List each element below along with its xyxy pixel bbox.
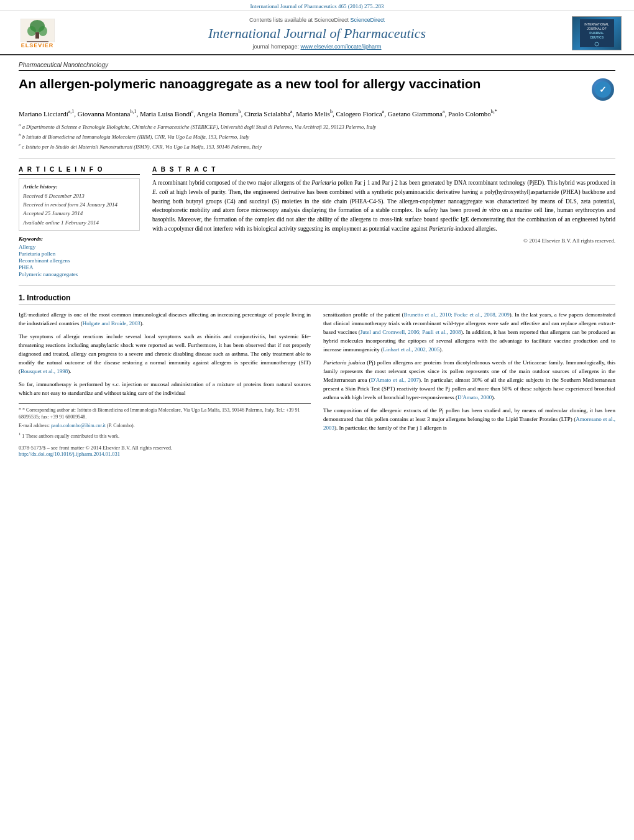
journal-title: International Journal of Pharmaceutics [62, 25, 572, 42]
svg-rect-4 [35, 32, 39, 39]
article-info-header: A R T I C L E I N F O [19, 166, 140, 175]
body-para-r2: Parietaria judaica (Pj) pollen allergens… [323, 359, 615, 402]
accepted-date: Accepted 25 January 2014 [23, 209, 136, 218]
ref-jutel[interactable]: Jutel and Cromwell, 2006; Pauli et al., … [361, 329, 461, 335]
svg-point-3 [39, 26, 47, 36]
keyword-phea[interactable]: PHEA [19, 264, 140, 270]
body-para-3: So far, immunotherapy is performed by s.… [19, 381, 311, 398]
svg-text:INTERNATIONAL: INTERNATIONAL [584, 22, 609, 26]
footnote-email: E-mail address: paolo.colombo@ibim.cnr.i… [19, 422, 311, 429]
abstract-text: A recombinant hybrid composed of the two… [152, 178, 615, 233]
affiliation-b: b b Istituto di Biomedicina ed Immunolog… [19, 132, 615, 141]
contents-available-line: Contents lists available at ScienceDirec… [62, 17, 572, 23]
ref-damato-2000[interactable]: D'Amato, 2000 [457, 394, 492, 400]
affiliations: a a Dipartimento di Scienze e Tecnologie… [19, 122, 615, 159]
history-label: Article history: [23, 182, 136, 191]
crossmark-badge[interactable]: ✓ [592, 78, 615, 102]
body-para-r1: sensitization profile of the patient (Br… [323, 311, 615, 354]
footnote-corresponding: * * Corresponding author at: Istituto di… [19, 407, 311, 420]
journal-reference-bar: International Journal of Pharmaceutics 4… [0, 0, 634, 11]
journal-logo-icon: INTERNATIONAL JOURNAL OF PHARMA- CEUTICS [580, 19, 614, 47]
footnote-1: 1 1 These authors equally contributed to… [19, 431, 311, 440]
crossmark-icon: ✓ [592, 78, 614, 101]
svg-text:CEUTICS: CEUTICS [590, 35, 604, 39]
bottom-copyright: 0378-5173/$ – see front matter © 2014 El… [19, 445, 311, 457]
ref-damato-2007[interactable]: D'Amato et al., 2007 [371, 377, 419, 383]
keywords-label: Keywords: [19, 236, 140, 242]
received-date: Received 6 December 2013 [23, 192, 136, 200]
footnotes-section: * * Corresponding author at: Istituto di… [19, 403, 311, 440]
body-left-col: IgE-mediated allergy is one of the most … [19, 311, 311, 457]
journal-ref-text: International Journal of Pharmaceutics 4… [250, 3, 384, 9]
ref-linhart[interactable]: Linhart et al., 2002, 2005 [383, 346, 439, 353]
issn-line: 0378-5173/$ – see front matter © 2014 El… [19, 445, 311, 451]
article-info-col: A R T I C L E I N F O Article history: R… [19, 166, 140, 278]
body-para-2: The symptoms of allergic reactions inclu… [19, 333, 311, 376]
intro-section: 1. Introduction IgE-mediated allergy is … [19, 293, 615, 457]
keyword-allergy[interactable]: Allergy [19, 244, 140, 250]
abstract-copyright: © 2014 Elsevier B.V. All rights reserved… [152, 238, 615, 244]
article-title: An allergen-polymeric nanoaggregate as a… [19, 76, 592, 92]
elsevier-brand-text: ELSEVIER [21, 42, 54, 48]
article-wrapper: Pharmaceutical Nanotechnology An allerge… [0, 55, 634, 469]
ref-holgate[interactable]: Holgate and Broide, 2003 [83, 320, 140, 326]
ref-bousquet[interactable]: Bousquet et al., 1998 [21, 368, 68, 374]
body-columns: IgE-mediated allergy is one of the most … [19, 311, 615, 457]
svg-text:JOURNAL OF: JOURNAL OF [587, 27, 606, 30]
ref-brunetto[interactable]: Brunetto et al., 2010; Focke et al., 200… [403, 312, 509, 318]
authors-line: Mariano Licciardia,1, Giovanna Montanab,… [19, 108, 615, 119]
elsevier-logo: ELSEVIER [12, 16, 62, 50]
journal-homepage-link[interactable]: www.elsevier.com/locate/ijpharm [301, 44, 382, 50]
abstract-header: A B S T R A C T [152, 166, 615, 175]
keyword-polymeric[interactable]: Polymeric nanoaggregates [19, 271, 140, 277]
article-info-content: Article history: Received 6 December 201… [19, 178, 140, 231]
title-row: An allergen-polymeric nanoaggregate as a… [19, 76, 615, 102]
intro-heading: 1. Introduction [19, 293, 615, 305]
revised-date: Received in revised form 24 January 2014 [23, 200, 136, 209]
body-para-1: IgE-mediated allergy is one of the most … [19, 311, 311, 328]
keyword-parietaria[interactable]: Parietaria pollen [19, 251, 140, 257]
journal-header: ELSEVIER Contents lists available at Sci… [0, 11, 634, 55]
body-right-col: sensitization profile of the patient (Br… [323, 311, 615, 457]
svg-point-2 [27, 26, 36, 36]
affiliation-a: a a Dipartimento di Scienze e Tecnologie… [19, 122, 615, 131]
journal-logo-box: INTERNATIONAL JOURNAL OF PHARMA- CEUTICS [572, 16, 622, 50]
body-para-r3: The composition of the allergenic extrac… [323, 407, 615, 433]
info-abstract-section: A R T I C L E I N F O Article history: R… [19, 166, 615, 286]
keyword-recombinant[interactable]: Recombinant allergens [19, 257, 140, 264]
svg-text:PHARMA-: PHARMA- [589, 31, 604, 35]
doi-line: http://dx.doi.org/10.1016/j.ijpharm.2014… [19, 451, 311, 457]
email-link[interactable]: paolo.colombo@ibim.cnr.it [51, 423, 106, 428]
ref-amoresano[interactable]: Amoresano et al., 2003 [323, 416, 615, 431]
doi-link[interactable]: http://dx.doi.org/10.1016/j.ijpharm.2014… [19, 451, 120, 457]
journal-center-info: Contents lists available at ScienceDirec… [62, 17, 572, 50]
keywords-section: Keywords: Allergy Parietaria pollen Reco… [19, 236, 140, 277]
journal-homepage-line: journal homepage: www.elsevier.com/locat… [62, 44, 572, 50]
section-label: Pharmaceutical Nanotechnology [19, 62, 615, 71]
abstract-col: A B S T R A C T A recombinant hybrid com… [152, 166, 615, 278]
elsevier-tree-icon [21, 19, 55, 42]
affiliation-c: c c Istituto per lo Studio dei Materiali… [19, 142, 615, 151]
svg-text:✓: ✓ [599, 85, 607, 95]
available-date: Available online 1 February 2014 [23, 218, 136, 227]
